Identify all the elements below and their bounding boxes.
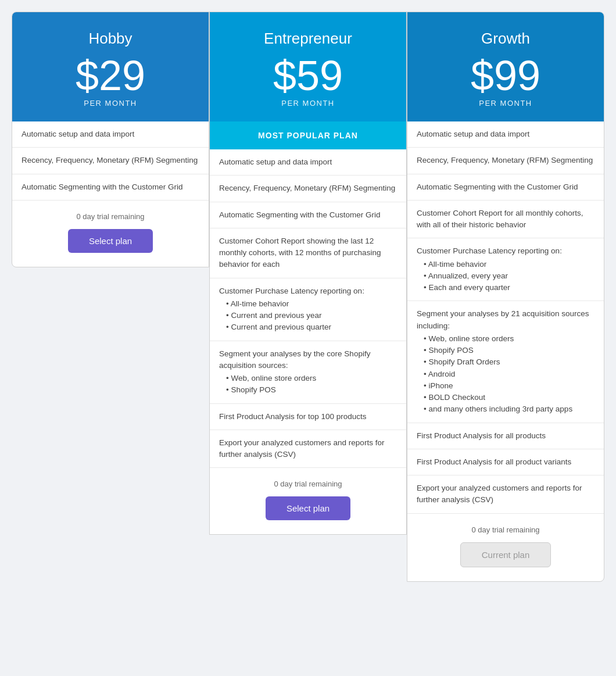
feature-bullet: Android	[417, 369, 594, 380]
plan-period-growth: PER MONTH	[419, 99, 592, 108]
feature-row: First Product Analysis for all product v…	[407, 449, 604, 475]
trial-text-growth: 0 day trial remaining	[417, 525, 594, 534]
cta-section-entrepreneur: 0 day trial remainingSelect plan	[210, 468, 406, 534]
feature-row: Segment your analyses by 21 acquisition …	[407, 301, 604, 423]
feature-row: Automatic Segmenting with the Customer G…	[210, 202, 406, 228]
plan-price-growth: $99	[419, 55, 592, 96]
cta-section-growth: 0 day trial remainingCurrent plan	[407, 514, 604, 581]
feature-row: Export your analyzed customers and repor…	[407, 475, 604, 514]
feature-row: Automatic setup and data import	[407, 121, 604, 148]
plan-name-growth: Growth	[419, 30, 592, 48]
feature-row: Recency, Frequency, Monetary (RFM) Segme…	[12, 148, 209, 174]
feature-bullet: and many others including 3rd party apps	[417, 403, 594, 415]
plan-header-entrepreneur: Entrepreneur$59PER MONTH	[210, 12, 406, 121]
feature-bullet: Current and previous quarter	[219, 321, 397, 333]
feature-bullet: Shopify POS	[219, 384, 397, 396]
plan-card-entrepreneur: Entrepreneur$59PER MONTHMOST POPULAR PLA…	[209, 12, 407, 535]
plan-card-growth: Growth$99PER MONTHAutomatic setup and da…	[407, 12, 604, 582]
feature-row: Customer Purchase Latency reporting on:A…	[407, 238, 604, 301]
cta-section-hobby: 0 day trial remainingSelect plan	[12, 201, 209, 267]
feature-bullet: Annualized, every year	[417, 270, 594, 282]
current-plan-button-growth: Current plan	[460, 542, 551, 567]
feature-bullet: BOLD Checkout	[417, 392, 594, 403]
feature-row: Customer Cohort Report for all monthly c…	[407, 201, 604, 239]
feature-bullet: Current and previous year	[219, 310, 397, 321]
select-plan-button-hobby[interactable]: Select plan	[68, 229, 153, 253]
plan-period-entrepreneur: PER MONTH	[221, 99, 395, 108]
feature-row: First Product Analysis for top 100 produ…	[210, 404, 406, 430]
feature-row: First Product Analysis for all products	[407, 423, 604, 449]
feature-row: Export your analyzed customers and repor…	[210, 430, 406, 468]
plan-header-hobby: Hobby$29PER MONTH	[12, 12, 209, 121]
feature-bullet: iPhone	[417, 380, 594, 392]
plan-header-growth: Growth$99PER MONTH	[407, 12, 604, 121]
feature-bullet: Each and every quarter	[417, 282, 594, 294]
feature-row: Segment your analyses by the core Shopif…	[210, 341, 406, 404]
plan-name-hobby: Hobby	[24, 30, 197, 48]
feature-row: Automatic setup and data import	[210, 149, 406, 176]
most-popular-banner: MOST POPULAR PLAN	[210, 121, 406, 149]
feature-row: Automatic Segmenting with the Customer G…	[12, 174, 209, 201]
select-plan-button-entrepreneur[interactable]: Select plan	[266, 496, 350, 520]
plan-period-hobby: PER MONTH	[24, 99, 197, 108]
feature-bullet: All-time behavior	[219, 298, 397, 310]
plan-name-entrepreneur: Entrepreneur	[221, 30, 395, 48]
trial-text-entrepreneur: 0 day trial remaining	[219, 480, 397, 488]
plan-price-hobby: $29	[24, 55, 197, 96]
trial-text-hobby: 0 day trial remaining	[22, 212, 199, 221]
pricing-container: Hobby$29PER MONTHAutomatic setup and dat…	[12, 12, 604, 582]
feature-bullet: Web, online store orders	[219, 373, 397, 384]
plan-card-hobby: Hobby$29PER MONTHAutomatic setup and dat…	[12, 12, 209, 267]
feature-bullet: Shopify POS	[417, 345, 594, 356]
feature-bullet: Shopify Draft Orders	[417, 356, 594, 368]
feature-bullet: Web, online store orders	[417, 333, 594, 345]
feature-row: Customer Purchase Latency reporting on:A…	[210, 278, 406, 341]
feature-row: Recency, Frequency, Monetary (RFM) Segme…	[407, 148, 604, 174]
feature-row: Customer Cohort Report showing the last …	[210, 228, 406, 278]
feature-row: Recency, Frequency, Monetary (RFM) Segme…	[210, 176, 406, 202]
plan-price-entrepreneur: $59	[221, 55, 395, 96]
feature-row: Automatic setup and data import	[12, 121, 209, 148]
feature-bullet: All-time behavior	[417, 259, 594, 270]
feature-row: Automatic Segmenting with the Customer G…	[407, 174, 604, 201]
